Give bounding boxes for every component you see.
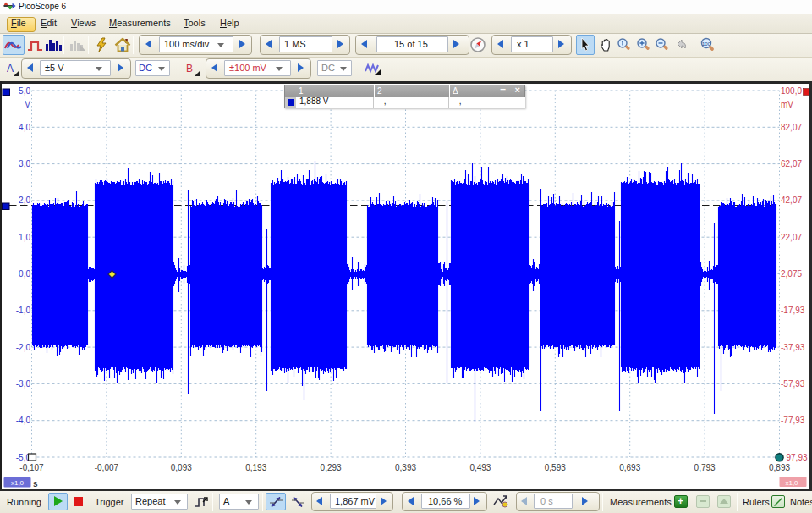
svg-text:4,0: 4,0 [19,123,30,132]
svg-text:-0,007: -0,007 [95,463,119,472]
svg-text:1,0: 1,0 [19,233,30,242]
svg-text:s: s [33,479,38,488]
svg-text:0,793: 0,793 [694,463,716,472]
svg-text:42,07: 42,07 [781,196,802,205]
svg-text:0,693: 0,693 [619,463,640,472]
svg-text:-1,0: -1,0 [16,306,31,315]
svg-text:82,07: 82,07 [781,123,802,132]
svg-text:0,593: 0,593 [545,463,566,472]
svg-text:5,0: 5,0 [19,86,30,96]
svg-text:0,293: 0,293 [321,463,342,472]
svg-text:2,0: 2,0 [19,196,30,205]
svg-text:mV: mV [781,100,793,109]
svg-text:0,093: 0,093 [171,463,192,472]
svg-text:-4,0: -4,0 [16,416,31,425]
svg-text:2,075: 2,075 [781,269,802,279]
svg-text:V: V [25,100,30,109]
svg-text:3,0: 3,0 [19,159,30,168]
svg-text:x1,0: x1,0 [785,479,798,487]
svg-text:-0,107: -0,107 [19,463,44,472]
svg-text:-17,93: -17,93 [781,306,805,315]
svg-text:-37,93: -37,93 [781,343,805,352]
svg-text:-77,93: -77,93 [781,416,805,425]
svg-text:0,393: 0,393 [395,463,416,472]
svg-text:x1,0: x1,0 [11,479,25,487]
svg-text:0,493: 0,493 [469,463,491,472]
svg-text:97,93: 97,93 [787,453,808,462]
svg-text:0,893: 0,893 [769,463,790,472]
svg-text:-2,0: -2,0 [16,343,31,352]
svg-text:22,07: 22,07 [781,233,802,242]
svg-text:0,0: 0,0 [19,269,30,279]
svg-text:100: 100 [702,41,711,47]
svg-text:-57,93: -57,93 [781,379,805,389]
svg-text:62,07: 62,07 [781,159,802,168]
svg-text:-3,0: -3,0 [16,379,31,389]
svg-text:0,193: 0,193 [245,463,266,472]
svg-text:100,0: 100,0 [781,86,802,96]
